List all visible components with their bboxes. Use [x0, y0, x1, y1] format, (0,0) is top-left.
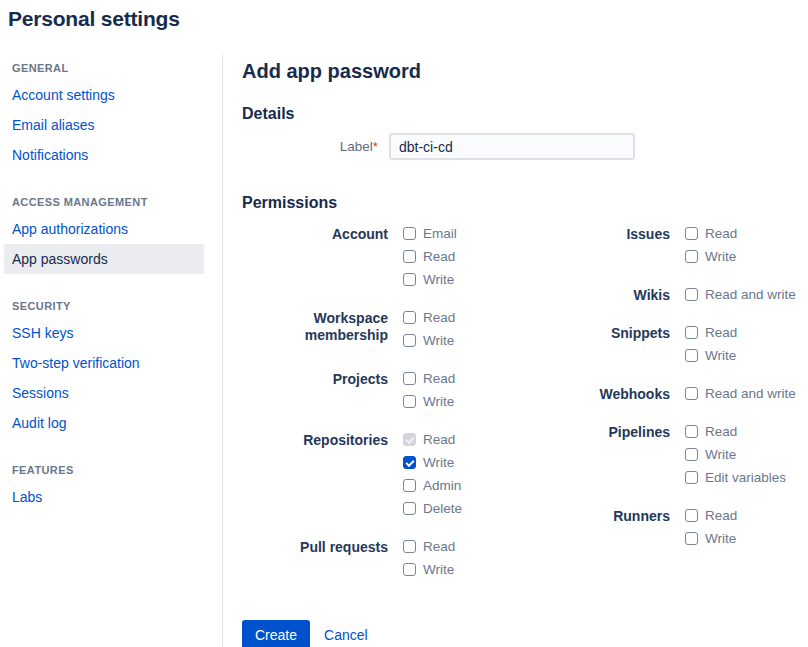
- checkbox-runners-write[interactable]: [685, 532, 698, 545]
- checkbox-repositories-delete[interactable]: [403, 502, 416, 515]
- permission-options: ReadWrite: [685, 226, 737, 272]
- label-form-row: Label*: [242, 133, 802, 160]
- settings-sidebar: GENERALAccount settingsEmail aliasesNoti…: [4, 56, 204, 532]
- sidebar-section-heading: GENERAL: [4, 56, 204, 80]
- permission-group-runners: RunnersReadWrite: [552, 508, 796, 554]
- checkbox-account-read[interactable]: [403, 250, 416, 263]
- checkbox-repositories-read: [403, 433, 416, 446]
- permission-group-label: Issues: [552, 226, 670, 243]
- checkbox-snippets-read[interactable]: [685, 326, 698, 339]
- permission-row: Write: [403, 394, 455, 409]
- permission-row: Write: [685, 348, 737, 363]
- permission-row: Admin: [403, 478, 462, 493]
- permission-row: Read: [403, 432, 462, 447]
- checkbox-issues-read[interactable]: [685, 227, 698, 240]
- label-input[interactable]: [389, 133, 635, 160]
- checkbox-runners-read[interactable]: [685, 509, 698, 522]
- permission-group-repositories: RepositoriesReadWriteAdminDelete: [242, 432, 510, 524]
- checkbox-account-email[interactable]: [403, 227, 416, 240]
- permission-options: Read and write: [685, 386, 796, 409]
- checkbox-label: Admin: [423, 478, 461, 493]
- permission-group-projects: ProjectsReadWrite: [242, 371, 510, 417]
- checkbox-webhooks-read-and-write[interactable]: [685, 387, 698, 400]
- sidebar-item-labs[interactable]: Labs: [4, 482, 204, 512]
- checkbox-pipelines-write[interactable]: [685, 448, 698, 461]
- sidebar-item-notifications[interactable]: Notifications: [4, 140, 204, 170]
- permission-group-account: AccountEmailReadWrite: [242, 226, 510, 295]
- sidebar-item-email-aliases[interactable]: Email aliases: [4, 110, 204, 140]
- sidebar-item-audit-log[interactable]: Audit log: [4, 408, 204, 438]
- permission-row: Read: [403, 371, 455, 386]
- checkbox-projects-write[interactable]: [403, 395, 416, 408]
- permissions-section-heading: Permissions: [242, 194, 802, 212]
- checkbox-repositories-write[interactable]: [403, 456, 416, 469]
- checkbox-pull-requests-read[interactable]: [403, 540, 416, 553]
- permission-group-pull-requests: Pull requestsReadWrite: [242, 539, 510, 585]
- checkbox-label: Read: [705, 424, 737, 439]
- permission-row: Edit variables: [685, 470, 786, 485]
- permission-group-label: Runners: [552, 508, 670, 525]
- permission-options: EmailReadWrite: [403, 226, 457, 295]
- sidebar-item-app-passwords[interactable]: App passwords: [4, 244, 204, 274]
- permission-group-label: Workspace membership: [242, 310, 388, 344]
- permission-group-pipelines: PipelinesReadWriteEdit variables: [552, 424, 796, 493]
- form-actions: Create Cancel: [242, 620, 802, 647]
- sidebar-section-access-management: ACCESS MANAGEMENTApp authorizationsApp p…: [4, 190, 204, 274]
- checkbox-workspace-membership-read[interactable]: [403, 311, 416, 324]
- required-asterisk: *: [373, 139, 378, 154]
- permission-options: ReadWrite: [685, 325, 737, 371]
- permission-options: ReadWrite: [403, 310, 455, 356]
- permission-row: Read and write: [685, 386, 796, 401]
- checkbox-account-write[interactable]: [403, 273, 416, 286]
- checkbox-label: Read: [705, 508, 737, 523]
- checkbox-label: Write: [705, 249, 736, 264]
- permission-group-snippets: SnippetsReadWrite: [552, 325, 796, 371]
- checkbox-label: Write: [423, 394, 454, 409]
- permission-row: Write: [685, 447, 786, 462]
- checkbox-label: Write: [705, 447, 736, 462]
- permission-row: Read: [685, 226, 737, 241]
- checkbox-projects-read[interactable]: [403, 372, 416, 385]
- checkbox-label: Read and write: [705, 287, 796, 302]
- checkbox-label: Write: [423, 272, 454, 287]
- checkbox-snippets-write[interactable]: [685, 349, 698, 362]
- checkbox-pull-requests-write[interactable]: [403, 563, 416, 576]
- checkbox-issues-write[interactable]: [685, 250, 698, 263]
- checkbox-pipelines-edit-variables[interactable]: [685, 471, 698, 484]
- checkbox-wikis-read-and-write[interactable]: [685, 288, 698, 301]
- permission-row: Read: [685, 508, 737, 523]
- checkbox-label: Read: [705, 226, 737, 241]
- sidebar-item-account-settings[interactable]: Account settings: [4, 80, 204, 110]
- details-section-heading: Details: [242, 105, 802, 123]
- sidebar-section-heading: ACCESS MANAGEMENT: [4, 190, 204, 214]
- sidebar-section-heading: FEATURES: [4, 458, 204, 482]
- permission-row: Write: [403, 562, 455, 577]
- checkbox-label: Write: [705, 348, 736, 363]
- checkbox-label: Write: [705, 531, 736, 546]
- checkbox-repositories-admin[interactable]: [403, 479, 416, 492]
- permission-group-label: Pipelines: [552, 424, 670, 441]
- checkbox-label: Edit variables: [705, 470, 786, 485]
- permission-group-label: Repositories: [242, 432, 388, 449]
- checkbox-label: Write: [423, 455, 454, 470]
- permission-options: ReadWrite: [403, 539, 455, 585]
- sidebar-item-app-authorizations[interactable]: App authorizations: [4, 214, 204, 244]
- permission-group-wikis: WikisRead and write: [552, 287, 796, 310]
- permission-group-label: Wikis: [552, 287, 670, 304]
- sidebar-item-two-step-verification[interactable]: Two-step verification: [4, 348, 204, 378]
- permission-row: Write: [403, 455, 462, 470]
- checkbox-workspace-membership-write[interactable]: [403, 334, 416, 347]
- cancel-link[interactable]: Cancel: [324, 627, 368, 643]
- permissions-column-2: IssuesReadWriteWikisRead and writeSnippe…: [552, 226, 796, 569]
- checkbox-label: Read: [423, 539, 455, 554]
- permission-row: Write: [685, 249, 737, 264]
- sidebar-item-ssh-keys[interactable]: SSH keys: [4, 318, 204, 348]
- permission-row: Write: [403, 272, 457, 287]
- create-button[interactable]: Create: [242, 620, 310, 647]
- sidebar-content-divider: [222, 55, 223, 647]
- permission-options: ReadWrite: [403, 371, 455, 417]
- permission-row: Write: [685, 531, 737, 546]
- checkbox-pipelines-read[interactable]: [685, 425, 698, 438]
- sidebar-item-sessions[interactable]: Sessions: [4, 378, 204, 408]
- permission-row: Read: [403, 249, 457, 264]
